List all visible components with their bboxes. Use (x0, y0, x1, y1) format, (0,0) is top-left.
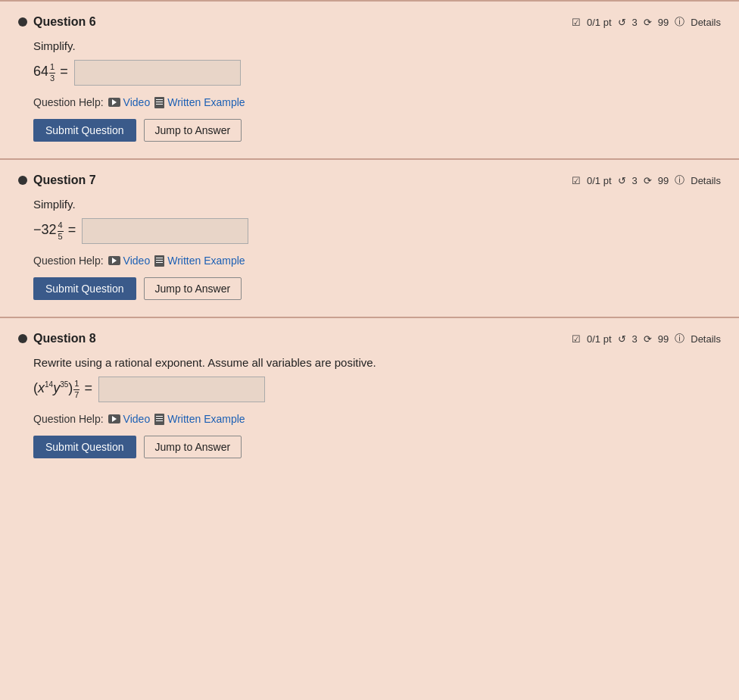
q7-math-expr: −3245 = (33, 220, 76, 241)
q8-written-label: Written Example (167, 413, 245, 425)
q8-jump-button[interactable]: Jump to Answer (144, 436, 242, 458)
q7-written-link[interactable]: Written Example (154, 255, 245, 267)
question-6-dot (18, 17, 27, 27)
q7-instruction: Simplify. (33, 198, 721, 211)
q8-video-icon (108, 414, 120, 423)
q7-video-icon (108, 256, 120, 265)
q7-btn-row: Submit Question Jump to Answer (33, 277, 721, 300)
question-7-title: Question 7 (18, 173, 96, 187)
q7-help-label: Question Help: (33, 255, 104, 267)
q8-retry-icon: ↺ (618, 333, 626, 345)
q8-info-icon: ⓘ (675, 332, 684, 345)
question-7-label: Question 7 (33, 173, 96, 187)
q6-score: 0/1 pt (587, 17, 612, 28)
question-8-header: Question 8 ☑ 0/1 pt ↺ 3 ⟳ 99 ⓘ Details (18, 332, 721, 345)
q7-submissions: 99 (658, 175, 669, 186)
question-7-header: Question 7 ☑ 0/1 pt ↺ 3 ⟳ 99 ⓘ Details (18, 173, 721, 187)
question-7-meta: ☑ 0/1 pt ↺ 3 ⟳ 99 ⓘ Details (572, 173, 721, 187)
q8-help-label: Question Help: (33, 413, 104, 425)
question-7-dot (18, 176, 27, 185)
q8-doc-icon (154, 414, 164, 425)
q8-details: Details (691, 333, 721, 345)
question-8-dot (18, 334, 27, 343)
question-6-header: Question 6 ☑ 0/1 pt ↺ 3 ⟳ 99 ⓘ Details (18, 15, 721, 29)
q6-retries: 3 (632, 17, 638, 28)
question-6-block: Question 6 ☑ 0/1 pt ↺ 3 ⟳ 99 ⓘ Details S… (0, 0, 739, 158)
question-6-meta: ☑ 0/1 pt ↺ 3 ⟳ 99 ⓘ Details (572, 15, 721, 29)
q6-help-label: Question Help: (33, 96, 104, 108)
q6-video-icon (108, 98, 120, 107)
q7-checkbox-icon: ☑ (572, 175, 581, 186)
q8-math-line: (x14y35)17 = (33, 377, 721, 402)
q7-written-label: Written Example (167, 255, 245, 267)
q6-math-expr: 6413 = (33, 62, 68, 83)
question-6-body: Simplify. 6413 = Question Help: Video Wr… (18, 39, 721, 142)
q8-btn-row: Submit Question Jump to Answer (33, 436, 721, 458)
q7-refresh-icon: ⟳ (644, 175, 652, 186)
q6-retry-icon: ↺ (618, 17, 626, 28)
q6-info-icon: ⓘ (675, 15, 684, 29)
q6-refresh-icon: ⟳ (644, 17, 652, 28)
q7-video-label: Video (123, 255, 151, 267)
q7-retry-icon: ↺ (618, 175, 626, 186)
q8-video-link[interactable]: Video (108, 413, 151, 425)
q8-score: 0/1 pt (587, 333, 612, 345)
q6-submissions: 99 (658, 17, 669, 28)
q7-details: Details (691, 175, 721, 186)
q8-written-link[interactable]: Written Example (154, 413, 245, 425)
question-8-label: Question 8 (33, 332, 96, 345)
q7-retries: 3 (632, 175, 638, 186)
q8-refresh-icon: ⟳ (644, 333, 652, 345)
q8-help-row: Question Help: Video Written Example (33, 413, 721, 425)
q6-submit-button[interactable]: Submit Question (33, 119, 136, 142)
q6-math-line: 6413 = (33, 60, 721, 86)
q8-instruction: Rewrite using a rational exponent. Assum… (33, 356, 721, 369)
q6-checkbox-icon: ☑ (572, 17, 581, 28)
q6-video-link[interactable]: Video (108, 96, 151, 108)
q7-video-link[interactable]: Video (108, 255, 151, 267)
q6-help-row: Question Help: Video Written Example (33, 96, 721, 108)
question-7-body: Simplify. −3245 = Question Help: Video W… (18, 198, 721, 300)
q6-instruction: Simplify. (33, 39, 721, 52)
q7-math-line: −3245 = (33, 218, 721, 244)
q7-submit-button[interactable]: Submit Question (33, 277, 136, 300)
q8-math-expr: (x14y35)17 = (33, 379, 92, 399)
q8-video-label: Video (123, 413, 151, 425)
q6-doc-icon (154, 97, 164, 108)
q8-submissions: 99 (658, 333, 669, 345)
q6-jump-button[interactable]: Jump to Answer (144, 119, 242, 142)
q7-answer-input[interactable] (82, 218, 248, 244)
q6-details: Details (691, 17, 721, 28)
q7-doc-icon (154, 255, 164, 267)
q7-jump-button[interactable]: Jump to Answer (144, 277, 242, 300)
question-7-block: Question 7 ☑ 0/1 pt ↺ 3 ⟳ 99 ⓘ Details S… (0, 158, 739, 317)
q8-retries: 3 (632, 333, 638, 345)
q6-video-label: Video (123, 96, 151, 108)
q8-answer-input[interactable] (98, 377, 265, 402)
question-8-block: Question 8 ☑ 0/1 pt ↺ 3 ⟳ 99 ⓘ Details R… (0, 317, 739, 475)
question-6-title: Question 6 (18, 15, 96, 29)
question-8-title: Question 8 (18, 332, 96, 345)
question-8-body: Rewrite using a rational exponent. Assum… (18, 356, 721, 458)
q6-btn-row: Submit Question Jump to Answer (33, 119, 721, 142)
q6-answer-input[interactable] (74, 60, 241, 86)
q6-written-link[interactable]: Written Example (154, 96, 245, 108)
q7-help-row: Question Help: Video Written Example (33, 255, 721, 267)
q8-submit-button[interactable]: Submit Question (33, 436, 136, 458)
question-8-meta: ☑ 0/1 pt ↺ 3 ⟳ 99 ⓘ Details (572, 332, 721, 345)
q8-checkbox-icon: ☑ (572, 333, 581, 345)
q6-written-label: Written Example (167, 96, 245, 108)
question-6-label: Question 6 (33, 15, 96, 29)
q7-info-icon: ⓘ (675, 173, 684, 187)
q7-score: 0/1 pt (587, 175, 612, 186)
